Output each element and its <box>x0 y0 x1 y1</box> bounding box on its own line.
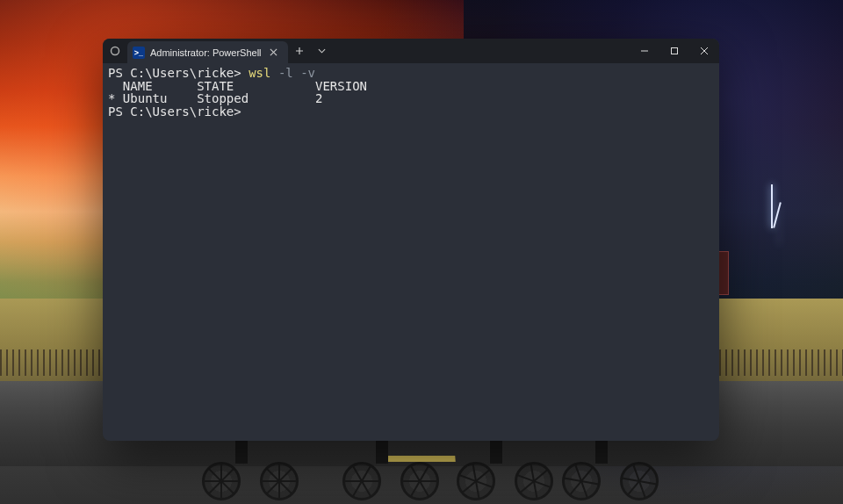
titlebar-drag-region[interactable] <box>334 39 630 63</box>
maximize-button[interactable] <box>659 39 689 63</box>
titlebar[interactable]: >_ Administrator: PowerShell <box>103 39 719 63</box>
cursor <box>249 106 256 119</box>
terminal-output[interactable]: PS C:\Users\ricke> wsl -l -v NAME STATE … <box>103 63 719 441</box>
wsl-distro-row: * Ubuntu Stopped 2 <box>108 91 322 105</box>
tab-title: Administrator: PowerShell <box>150 47 262 58</box>
desktop-wallpaper: >_ Administrator: PowerShell <box>0 0 843 504</box>
tab-powershell[interactable]: >_ Administrator: PowerShell <box>127 41 288 63</box>
tab-dropdown-button[interactable] <box>311 39 334 63</box>
wallpaper-lightning <box>771 184 773 228</box>
powershell-icon: >_ <box>133 47 145 59</box>
windows-terminal-window: >_ Administrator: PowerShell <box>103 39 719 441</box>
new-tab-button[interactable] <box>288 39 311 63</box>
command: wsl <box>249 66 270 80</box>
terminal-app-icon <box>103 39 127 63</box>
prompt: PS C:\Users\ricke> <box>108 104 241 119</box>
minimize-button[interactable] <box>630 39 659 63</box>
command-flags: -l -v <box>270 66 315 80</box>
tab-close-button[interactable] <box>267 46 281 60</box>
svg-point-0 <box>112 47 119 55</box>
svg-rect-6 <box>672 48 678 54</box>
prompt: PS C:\Users\ricke> <box>108 66 249 80</box>
close-window-button[interactable] <box>689 39 719 63</box>
wsl-header-row: NAME STATE VERSION <box>108 79 367 93</box>
